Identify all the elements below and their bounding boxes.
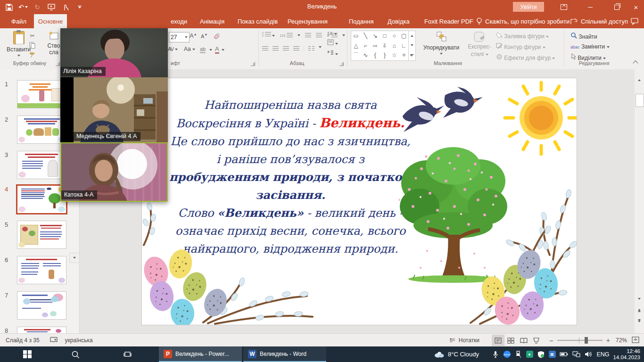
columns-button[interactable]: [308, 46, 314, 53]
tab-file[interactable]: Файл: [6, 14, 32, 28]
font-dialog-launcher[interactable]: [251, 62, 255, 66]
slide-thumbnail-2[interactable]: [17, 115, 66, 144]
sign-in-button[interactable]: Увійти: [513, 2, 544, 12]
zoom-slider-thumb[interactable]: [585, 337, 588, 344]
slideshow-view-button[interactable]: [530, 335, 543, 346]
spellcheck-icon[interactable]: [50, 337, 58, 345]
paragraph-dialog-launcher[interactable]: [339, 62, 344, 66]
video-call-overlay[interactable]: Лілія Казаріна Меденець Євгеній 4 А: [60, 28, 168, 202]
tab-transitions-partial[interactable]: еходи: [169, 14, 189, 28]
slide-thumbnail-5[interactable]: [17, 221, 66, 249]
normal-view-button[interactable]: [492, 335, 504, 346]
clear-formatting-button[interactable]: [213, 32, 221, 41]
convert-smartart-button[interactable]: [327, 49, 338, 57]
tray-zoom-icon[interactable]: zoom: [502, 346, 512, 362]
collapse-ribbon-button[interactable]: [633, 60, 638, 66]
slide-counter[interactable]: Слайд 4 з 35: [6, 337, 40, 344]
font-size-box[interactable]: 27: [169, 32, 190, 42]
scroll-up-button[interactable]: [635, 76, 644, 84]
tray-defender-icon[interactable]: [536, 346, 546, 362]
zoom-in-button[interactable]: +: [606, 337, 610, 344]
taskbar-app-word[interactable]: W Великдень - Word: [243, 346, 326, 362]
tray-microphone-icon[interactable]: [490, 346, 501, 362]
tab-animations[interactable]: Анімація: [198, 14, 226, 28]
video-tile-1[interactable]: Лілія Казаріна: [60, 28, 168, 77]
slide-thumbnail-3[interactable]: [17, 151, 66, 179]
zoom-level[interactable]: 72%: [616, 337, 627, 344]
find-button[interactable]: Знайти: [570, 32, 610, 40]
fit-slide-button[interactable]: [632, 337, 639, 345]
shape-effects-button[interactable]: Ефекти для фігур: [496, 54, 555, 61]
cut-button[interactable]: ✂: [28, 32, 36, 40]
language-button[interactable]: ENG: [595, 346, 611, 362]
clipboard-dialog-launcher[interactable]: [56, 62, 60, 66]
quick-styles-button[interactable]: Експрес- стилі: [466, 31, 493, 58]
weather-widget[interactable]: 8°C Cloudy: [428, 346, 485, 362]
taskbar-app-powerpoint[interactable]: P Великдень - Power...: [159, 346, 242, 362]
increase-indent-button[interactable]: [316, 33, 322, 38]
format-painter-button[interactable]: [28, 51, 36, 58]
tray-blue-app-icon[interactable]: ▦: [547, 346, 557, 362]
tray-volume-icon[interactable]: [583, 346, 594, 362]
replace-button[interactable]: abac Замінити: [570, 43, 610, 50]
scroll-down-button[interactable]: [635, 295, 644, 303]
panel-scroll-down-button[interactable]: [69, 253, 80, 263]
tab-foxit[interactable]: Foxit Reader PDF: [422, 14, 475, 28]
clock[interactable]: 12:46 14.04.2023: [613, 346, 642, 362]
tab-help[interactable]: Довідка: [386, 14, 412, 28]
justify-button[interactable]: [293, 46, 299, 51]
close-button[interactable]: ×: [628, 0, 644, 14]
restore-button[interactable]: [606, 0, 627, 14]
slide-sorter-view-button[interactable]: [504, 335, 517, 346]
align-right-button[interactable]: [283, 46, 289, 51]
tray-network-icon[interactable]: [570, 346, 582, 362]
new-slide-button[interactable]: Ствосла: [47, 31, 60, 56]
numbering-button[interactable]: 123: [280, 34, 285, 37]
slide-text-block[interactable]: Найпоширеніша назва свята Воскресіння в …: [158, 96, 422, 258]
scrollbar-thumb[interactable]: [636, 94, 644, 107]
copy-button[interactable]: [28, 41, 36, 49]
shape-fill-button[interactable]: Заливка фігури: [496, 32, 555, 40]
start-button[interactable]: [17, 346, 38, 362]
vertical-scrollbar[interactable]: [635, 69, 644, 333]
language-indicator[interactable]: українська: [65, 337, 93, 344]
tray-green-app-icon[interactable]: ●: [524, 346, 535, 362]
slide-thumbnail-8[interactable]: [17, 327, 66, 333]
tray-battery-icon[interactable]: [558, 346, 570, 362]
video-tile-3-active-speaker[interactable]: Катоха 4-А: [60, 142, 168, 202]
grow-font-button[interactable]: A▲: [190, 32, 197, 39]
paste-button[interactable]: Вставити: [7, 31, 31, 57]
align-center-button[interactable]: [272, 46, 279, 51]
font-color-button[interactable]: A: [215, 45, 219, 54]
zoom-out-button[interactable]: −: [549, 337, 553, 345]
shapes-gallery[interactable]: ▭╲↘□○▢ △⌐⇨⇩⌂∟ ⌒∿{}☆✧: [351, 31, 409, 61]
align-left-button[interactable]: [262, 46, 268, 51]
tray-usb-icon[interactable]: [513, 346, 523, 362]
zoom-slider[interactable]: [557, 340, 603, 341]
shape-outline-button[interactable]: Контур фігури: [496, 43, 555, 50]
next-slide-button[interactable]: [635, 316, 644, 325]
text-direction-button[interactable]: ∥A: [327, 31, 338, 36]
bullets-button[interactable]: [262, 32, 275, 39]
current-slide[interactable]: Найпоширеніша назва свята Воскресіння в …: [141, 78, 577, 325]
taskbar-search-button[interactable]: [65, 346, 86, 362]
slide-thumbnail-4-selected[interactable]: [16, 184, 67, 214]
slide-thumbnail-7[interactable]: [17, 291, 66, 320]
align-text-button[interactable]: [327, 39, 338, 47]
highlight-button[interactable]: ab: [200, 46, 206, 53]
decrease-indent-button[interactable]: [305, 33, 311, 38]
tell-me-box[interactable]: Скажіть, що потрібно зробити: [474, 14, 571, 28]
previous-slide-button[interactable]: [635, 306, 644, 314]
slide-thumbnail-6[interactable]: [17, 256, 66, 284]
video-tile-2[interactable]: Меденець Євгеній 4 А: [74, 77, 168, 142]
character-spacing-button[interactable]: AV: [168, 46, 178, 52]
tab-review[interactable]: Рецензування: [286, 14, 330, 28]
shrink-font-button[interactable]: A▼: [201, 33, 207, 39]
notes-toggle[interactable]: Нотатки: [449, 337, 479, 344]
comments-button[interactable]: [629, 14, 640, 28]
tab-home[interactable]: Основне: [34, 14, 67, 28]
slide-thumbnail-1[interactable]: [17, 80, 66, 108]
change-case-button[interactable]: Aa: [184, 46, 195, 52]
task-view-button[interactable]: [117, 346, 138, 362]
tab-slideshow[interactable]: Показ слайдів: [236, 14, 280, 28]
